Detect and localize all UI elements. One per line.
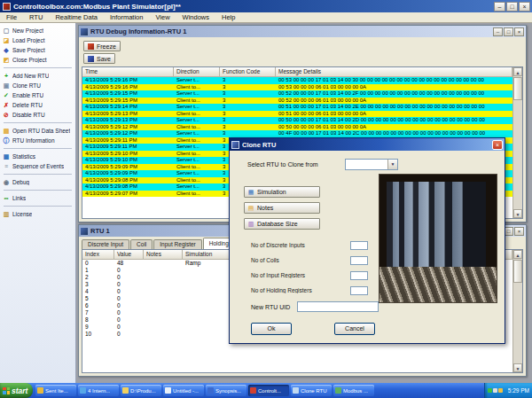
taskbar-button-modbus[interactable]: Modbus ... xyxy=(333,385,374,396)
taskbar-button-label: Sent Ite... xyxy=(45,388,68,394)
rtu-table-scrollbar[interactable]: ▲ ▼ xyxy=(512,250,522,372)
rtu-cell-value: 0 xyxy=(114,324,144,331)
rtu-cell-simulation xyxy=(183,316,236,324)
menu-rtu[interactable]: RTU xyxy=(23,13,49,21)
debug-row[interactable]: 4/13/2009 5:29:13 PMServer t...300 50 00… xyxy=(82,117,512,124)
debug-row[interactable]: 4/13/2009 5:29:12 PMClient to...300 50 0… xyxy=(82,124,512,131)
sidebar-item-enable-rtu[interactable]: ✓Enable RTU xyxy=(0,90,75,100)
sidebar-item-clone-rtu[interactable]: ▣Clone RTU xyxy=(0,81,75,90)
debug-cell-time: 4/13/2009 5:29:11 PM xyxy=(82,137,174,144)
debug-row[interactable]: 4/13/2009 5:29:14 PMServer t...300 51 00… xyxy=(82,104,512,111)
rtu-cell-notes xyxy=(144,295,183,302)
dialog-title: Clone RTU xyxy=(242,141,492,149)
field-no-of-coils: No of Coils xyxy=(251,253,368,268)
save-button[interactable]: Save xyxy=(83,53,115,64)
start-button[interactable]: start xyxy=(0,383,33,398)
close-icon[interactable]: × xyxy=(514,27,524,36)
field-input[interactable] xyxy=(350,241,368,250)
rtu-cell-index: 9 xyxy=(82,324,114,331)
maximize-icon[interactable]: □ xyxy=(504,27,513,36)
dialog-body: Select RTU to Clone from ▼ ▦Simulation▤N… xyxy=(230,151,505,343)
new-rtu-uid-input[interactable] xyxy=(297,301,379,312)
sidebar-item-delete-rtu[interactable]: ✗Delete RTU xyxy=(0,100,75,110)
sidebar-item-new-project[interactable]: ▢New Project xyxy=(0,26,75,35)
cancel-button[interactable]: Cancel xyxy=(334,323,375,335)
field-input[interactable] xyxy=(350,286,368,295)
delete-icon: ✗ xyxy=(2,101,11,109)
taskbar-button-label: Synopsis... xyxy=(215,388,241,394)
sidebar-item-links[interactable]: ∞Links xyxy=(0,193,75,203)
maximize-icon[interactable]: □ xyxy=(506,2,518,12)
scroll-up-icon[interactable]: ▲ xyxy=(513,250,522,259)
debug-cell-direction: Server t... xyxy=(174,104,220,111)
debug-row[interactable]: 4/13/2009 5:29:13 PMClient to...300 51 0… xyxy=(82,111,512,118)
field-input[interactable] xyxy=(350,271,368,280)
sidebar-item-open-rtu-data-sheet[interactable]: ▤Open RTU Data Sheet xyxy=(0,126,75,136)
menu-realtime-data[interactable]: Realtime Data xyxy=(49,13,104,21)
field-input[interactable] xyxy=(350,256,368,265)
debug-cell-direction: Server t... xyxy=(174,144,220,151)
app-titlebar[interactable]: Controltoolbox.com:Modbus Plant Simulato… xyxy=(0,0,532,12)
tab-discrete-input[interactable]: Discrete Input xyxy=(82,239,129,249)
debug-cell-direction: Client to... xyxy=(174,164,220,171)
sidebar-item-disable-rtu[interactable]: ⊘Disable RTU xyxy=(0,110,75,120)
taskbar-button-sent-ite[interactable]: Sent Ite... xyxy=(35,385,76,396)
debug-row[interactable]: 4/13/2009 5:29:15 PMServer t...300 52 00… xyxy=(82,90,512,98)
taskbar-button-4-intern[interactable]: 4 Intern... xyxy=(78,385,119,396)
minimize-icon[interactable]: – xyxy=(493,27,503,36)
menu-windows[interactable]: Windows xyxy=(176,13,215,21)
sidebar-item-save-project[interactable]: ◆Save Project xyxy=(0,45,75,55)
close-icon[interactable]: × xyxy=(492,140,503,150)
taskbar-button-controlt[interactable]: Controlt... xyxy=(248,385,289,396)
debug-window-titlebar[interactable]: RTU Debug Information-RTU 1 – □ × xyxy=(79,26,526,37)
sidebar-item-sequence-of-events[interactable]: ≡Sequence of Events xyxy=(0,161,75,171)
debug-cell-details: 00 4F 00 00 00 17 01 03 14 00 2C 00 00 0… xyxy=(276,130,512,137)
scroll-thumb[interactable] xyxy=(513,77,522,100)
taskbar-button-synopsis[interactable]: Synopsis... xyxy=(206,385,246,396)
debug-cell-details: 00 53 00 00 00 17 01 03 14 00 30 00 00 0… xyxy=(276,77,512,84)
freeze-button[interactable]: Freeze xyxy=(83,41,121,51)
scroll-up-icon[interactable]: ▲ xyxy=(513,67,522,76)
scroll-thumb[interactable] xyxy=(513,260,522,283)
taskbar-button-untitled[interactable]: Untitled -... xyxy=(163,385,204,396)
scroll-down-icon[interactable]: ▼ xyxy=(513,209,522,218)
sidebar-item-add-new-rtu[interactable]: +Add New RTU xyxy=(0,71,75,81)
menu-file[interactable]: File xyxy=(0,13,23,21)
sidebar-item-load-project[interactable]: ◪Load Project xyxy=(0,35,75,45)
debug-row[interactable]: 4/13/2009 5:29:16 PMClient to...300 53 0… xyxy=(82,84,512,91)
sidebar-item-statistics[interactable]: ▦Statistics xyxy=(0,152,75,161)
taskbar-button-clone-rtu[interactable]: Clone RTU xyxy=(291,385,332,396)
rtu-cell-notes xyxy=(144,288,183,295)
sidebar-item-license[interactable]: ▥License xyxy=(0,209,75,219)
debug-row[interactable]: 4/13/2009 5:29:12 PMServer t...300 4F 00… xyxy=(82,130,512,137)
rtu-cell-simulation: Ramp xyxy=(183,260,236,267)
notes-button[interactable]: ▤Notes xyxy=(244,202,320,214)
scroll-down-icon[interactable]: ▼ xyxy=(513,363,522,372)
rtu-select-combobox[interactable]: ▼ xyxy=(345,159,398,170)
debug-row[interactable]: 4/13/2009 5:29:16 PMServer t...300 53 00… xyxy=(82,77,512,84)
sidebar-item-debug[interactable]: ◉Debug xyxy=(0,177,75,187)
app-icon xyxy=(3,3,11,11)
tab-coil[interactable]: Coil xyxy=(130,239,153,249)
tab-input-register[interactable]: Input Register xyxy=(153,239,201,249)
close-icon[interactable]: × xyxy=(519,2,530,12)
debug-row[interactable]: 4/13/2009 5:29:15 PMClient to...300 52 0… xyxy=(82,98,512,105)
menu-information[interactable]: Information xyxy=(104,13,150,21)
dialog-titlebar[interactable]: Clone RTU × xyxy=(230,138,505,151)
simulation-button[interactable]: ▦Simulation xyxy=(244,186,320,198)
debug-cell-time: 4/13/2009 5:29:08 PM xyxy=(82,177,174,184)
minimize-icon[interactable]: – xyxy=(494,2,505,12)
taskbar-button-d-produ[interactable]: D:\Produ... xyxy=(121,385,161,396)
debug-cell-time: 4/13/2009 5:29:07 PM xyxy=(82,191,174,198)
ok-button[interactable]: Ok xyxy=(251,323,292,335)
sidebar-item-rtu-information[interactable]: ⓘRTU Information xyxy=(0,136,75,145)
debug-table-scrollbar[interactable]: ▲ ▼ xyxy=(512,67,522,218)
chevron-down-icon[interactable]: ▼ xyxy=(387,160,397,169)
database-size-button[interactable]: ▥Database Size xyxy=(244,218,320,230)
menu-view[interactable]: View xyxy=(149,13,176,21)
menu-help[interactable]: Help xyxy=(215,13,241,21)
close-icon[interactable]: × xyxy=(514,227,524,236)
new-rtu-uid-row: New RTU UID xyxy=(251,301,379,312)
info-icon: ⓘ xyxy=(2,137,11,144)
sidebar-item-close-project[interactable]: ◩Close Project xyxy=(0,55,75,65)
